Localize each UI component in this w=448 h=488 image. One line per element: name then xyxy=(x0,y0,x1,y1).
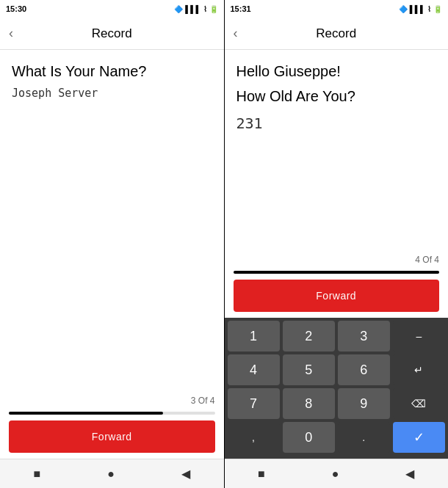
left-status-bar: 15:30 🔷 ▌▌▌ ⌇ 🔋 xyxy=(0,0,224,18)
right-header: ‹ Record xyxy=(225,18,449,50)
key-dash[interactable]: – xyxy=(393,321,445,352)
key-7[interactable]: 7 xyxy=(228,388,280,419)
key-backspace[interactable]: ⌫ xyxy=(393,388,445,419)
left-back-button[interactable]: ‹ xyxy=(9,26,13,41)
key-5[interactable]: 5 xyxy=(283,354,335,385)
key-confirm[interactable]: ✓ xyxy=(393,422,445,453)
keyboard-row-4: , 0 . ✓ xyxy=(228,422,446,453)
key-1[interactable]: 1 xyxy=(228,321,280,352)
left-question: What Is Your Name? xyxy=(12,62,212,81)
right-status-icons: 🔷 ▌▌▌ ⌇ 🔋 xyxy=(399,5,442,13)
right-forward-button[interactable]: Forward xyxy=(234,280,440,312)
left-back-nav-icon[interactable]: ◀ xyxy=(181,467,190,481)
right-question: How Old Are You? xyxy=(236,87,437,106)
key-dot[interactable]: . xyxy=(338,422,390,453)
right-nav-bar: ■ ● ◀ xyxy=(225,459,449,488)
right-battery-icon: 🔋 xyxy=(433,5,442,13)
left-answer: Joseph Server xyxy=(12,87,212,100)
left-status-icons: 🔷 ▌▌▌ ⌇ 🔋 xyxy=(174,5,217,13)
keyboard-row-2: 4 5 6 ↵ xyxy=(228,354,446,385)
right-greeting: Hello Giuseppe! xyxy=(236,62,437,81)
right-header-title: Record xyxy=(316,26,356,41)
key-6[interactable]: 6 xyxy=(338,354,390,385)
wifi-icon: ⌇ xyxy=(203,5,207,13)
left-screen: 15:30 🔷 ▌▌▌ ⌇ 🔋 ‹ Record What Is Your Na… xyxy=(0,0,225,488)
left-forward-button[interactable]: Forward xyxy=(9,420,215,453)
left-nav-bar: ■ ● ◀ xyxy=(0,459,224,488)
battery-icon: 🔋 xyxy=(209,5,218,13)
keyboard-row-1: 1 2 3 – xyxy=(228,321,446,352)
right-time: 15:31 xyxy=(231,4,251,13)
right-progress-bar xyxy=(234,271,440,274)
left-progress-bar xyxy=(9,412,215,415)
key-0[interactable]: 0 xyxy=(283,422,335,453)
left-circle-icon[interactable]: ● xyxy=(107,467,115,481)
right-bluetooth-icon: 🔷 xyxy=(399,5,408,13)
right-progress-fill xyxy=(234,271,440,274)
right-circle-icon[interactable]: ● xyxy=(332,467,339,481)
right-bottom: 4 Of 4 Forward xyxy=(225,249,449,318)
right-home-icon[interactable]: ■ xyxy=(258,467,265,481)
left-content: What Is Your Name? Joseph Server xyxy=(0,50,224,390)
left-time: 15:30 xyxy=(6,4,26,13)
left-home-icon[interactable]: ■ xyxy=(34,467,41,481)
right-signal-icon: ▌▌▌ xyxy=(410,5,425,13)
bluetooth-icon: 🔷 xyxy=(174,5,183,13)
right-answer: 231 xyxy=(236,114,437,132)
key-9[interactable]: 9 xyxy=(338,388,390,419)
right-content: Hello Giuseppe! How Old Are You? 231 xyxy=(225,50,449,249)
right-page-indicator: 4 Of 4 xyxy=(234,255,440,265)
left-header-title: Record xyxy=(92,26,132,41)
left-header: ‹ Record xyxy=(0,18,224,50)
left-progress-fill xyxy=(9,412,163,415)
key-comma[interactable]: , xyxy=(228,422,280,453)
key-enter[interactable]: ↵ xyxy=(393,354,445,385)
keyboard: 1 2 3 – 4 5 6 ↵ 7 8 9 ⌫ , 0 xyxy=(225,318,449,459)
left-bottom: 3 Of 4 Forward xyxy=(0,390,224,459)
right-back-button[interactable]: ‹ xyxy=(234,26,238,41)
key-4[interactable]: 4 xyxy=(228,354,280,385)
keyboard-row-3: 7 8 9 ⌫ xyxy=(228,388,446,419)
right-screen: 15:31 🔷 ▌▌▌ ⌇ 🔋 ‹ Record Hello Giuseppe!… xyxy=(225,0,449,488)
signal-icon: ▌▌▌ xyxy=(185,5,200,13)
right-status-bar: 15:31 🔷 ▌▌▌ ⌇ 🔋 xyxy=(225,0,449,18)
key-8[interactable]: 8 xyxy=(283,388,335,419)
key-2[interactable]: 2 xyxy=(283,321,335,352)
right-back-nav-icon[interactable]: ◀ xyxy=(405,467,414,481)
right-wifi-icon: ⌇ xyxy=(427,5,431,13)
key-3[interactable]: 3 xyxy=(338,321,390,352)
left-page-indicator: 3 Of 4 xyxy=(9,396,215,406)
